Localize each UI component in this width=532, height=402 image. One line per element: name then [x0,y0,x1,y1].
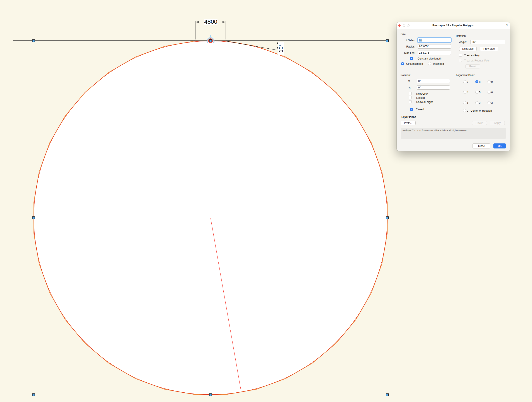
alignment-label-1: 1 [467,101,468,104]
layer-plane-label: Layer Plane [401,115,416,119]
treat-as-regular-poly-label: Treat as Regular Poly [464,59,489,62]
dimension-value-label: 4800 [204,19,217,25]
next-click-label: Next Click [416,92,428,95]
dimension-arrow-left-icon [195,21,199,23]
alignment-radio-3[interactable] [488,101,491,104]
prev-side-button[interactable]: Prev Side [480,47,498,51]
radius-input[interactable]: 90'.005" [418,44,451,49]
show-all-digits-checkbox[interactable]: ✓ [409,100,412,103]
treat-as-poly-checkbox[interactable]: ✓ [459,54,462,57]
next-side-button[interactable]: Next Side [459,47,477,51]
size-section-label: Size: [401,33,406,36]
treat-as-poly-label: Treat as Poly [464,54,480,57]
dialog-title-bar[interactable]: Reshaper 27 - Regular Polygon ? [397,22,510,29]
alignment-label-3: 3 [491,101,493,104]
closed-checkbox[interactable]: ✓ [410,108,413,111]
show-all-digits-label: Show all digits [416,101,433,103]
sides-input[interactable]: 36 [418,38,451,42]
y-label: Y: [397,86,411,89]
selection-handle[interactable] [32,217,35,219]
alignment-radio-0-center[interactable] [463,109,466,112]
regular-polygon-dialog: Reshaper 27 - Regular Polygon ? Size: # … [397,22,510,151]
alignment-label-0-center: 0 - Center of Rotation [467,109,492,112]
radius-label: Radius: [397,45,415,48]
selection-handle[interactable] [32,40,35,42]
position-section-label: Position: [401,74,411,77]
x-label: X: [397,80,411,83]
angle-input[interactable]: -80° [470,40,505,44]
alignment-radio-2[interactable] [475,101,478,104]
alignment-radio-6[interactable] [488,91,491,94]
rotation-section-label: Rotation: [456,34,466,38]
about-text: Reshaper™ 27.1.5 - ©2004-2022 Sirius Sol… [403,129,468,131]
constant-side-length-checkbox[interactable]: ✓ [410,57,413,60]
help-icon[interactable]: ? [506,22,508,29]
side-len-label: Side Len: [397,51,415,55]
y-input[interactable]: 0" [417,85,450,89]
x-input[interactable]: 0" [417,79,450,83]
selection-handle[interactable] [386,394,389,396]
selected-handle[interactable] [209,40,212,42]
selection-handle[interactable] [209,394,212,396]
selection-handle[interactable] [386,40,389,42]
alignment-radio-5[interactable] [475,91,478,94]
alignment-label-2: 2 [479,101,481,104]
locked-label: Locked [416,96,425,99]
treat-as-regular-poly-checkbox: ✓ [459,59,462,62]
about-box: Reshaper™ 27.1.5 - ©2004-2022 Sirius Sol… [401,128,506,139]
apply-button: Apply [490,121,505,125]
alignment-radio-4[interactable] [463,91,466,94]
dialog-title: Reshaper 27 - Regular Polygon [397,22,510,29]
close-button[interactable]: Close [473,143,490,148]
alignment-label-9: 9 [491,80,493,83]
inscribed-label: Inscribed [433,62,444,65]
revert-button: Revert [472,121,487,125]
alignment-radio-1[interactable] [463,101,466,104]
angle-field-label: Angle: [459,41,467,44]
selection-handle[interactable] [386,217,389,219]
ok-button[interactable]: OK [494,143,506,148]
alignment-radio-7[interactable] [463,80,466,83]
alignment-section-label: Alignment Point: [456,74,475,77]
alignment-label-4: 4 [467,91,468,94]
inscribed-radio[interactable] [428,62,431,65]
alignment-label-8: 8 [479,80,481,83]
alignment-label-5: 5 [479,91,481,94]
alignment-radio-9[interactable] [488,80,491,83]
next-click-checkbox[interactable]: ✓ [409,92,412,95]
sides-label: # Sides: [397,39,415,42]
reset-button: Reset [465,64,480,69]
dimension-arrow-right-icon [222,21,226,23]
alignment-label-7: 7 [467,80,468,83]
circumscribed-label: Circumscribed [406,62,423,65]
constant-side-length-label: Constant side length [418,57,441,60]
prefs-button[interactable]: Prefs... [401,121,416,125]
alignment-label-6: 6 [491,91,493,94]
closed-label: Closed [416,108,424,111]
circumscribed-radio[interactable] [401,62,404,65]
selection-handle[interactable] [32,394,35,396]
app-canvas: { "colors": { "background": "#faf7e8", "… [0,0,532,402]
locked-checkbox[interactable]: ✓ [409,96,412,99]
side-len-input[interactable]: 15'8.976" [418,51,451,55]
alignment-radio-8[interactable] [475,80,478,83]
angle-value-label: 10° [278,42,284,55]
